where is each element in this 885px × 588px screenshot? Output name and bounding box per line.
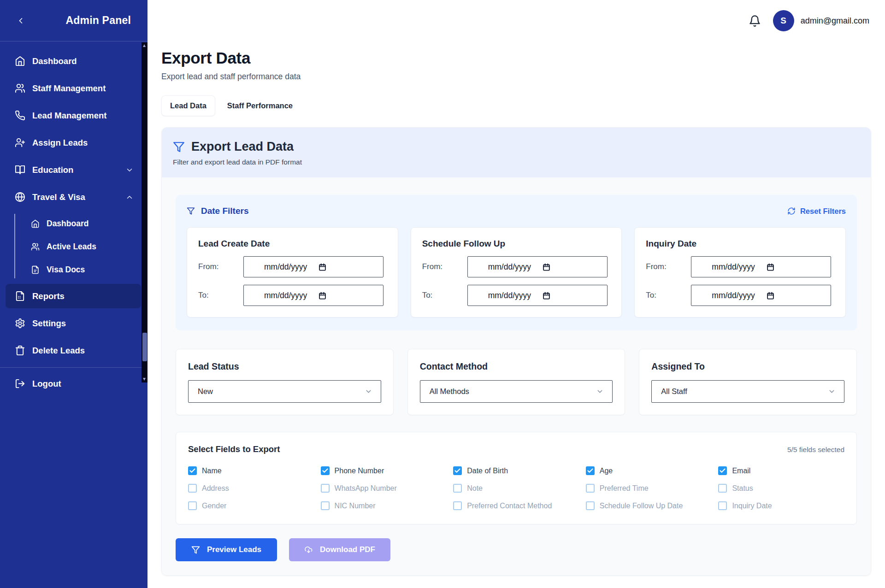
field-checkbox-nic-number[interactable]: NIC Number [321, 501, 447, 510]
checkbox-icon [188, 466, 197, 475]
refresh-icon [787, 207, 796, 215]
tab-bar: Lead Data Staff Performance [161, 95, 871, 116]
inquiry-date-to-input[interactable]: mm/dd/yyyy [691, 285, 831, 306]
gear-icon [15, 318, 25, 329]
schedule-follow-up-from-input[interactable]: mm/dd/yyyy [467, 256, 608, 277]
sidebar-item-staff-management[interactable]: Staff Management [6, 76, 141, 100]
sidebar-item-logout[interactable]: Logout [6, 371, 141, 396]
field-checkbox-status[interactable]: Status [718, 484, 844, 493]
account-menu[interactable]: S admin@gmail.com [773, 10, 869, 31]
chevron-down-icon [365, 388, 372, 395]
scroll-down-arrow-icon[interactable] [143, 378, 146, 381]
avatar: S [773, 10, 794, 31]
chevron-down-icon [596, 388, 604, 395]
schedule-follow-up-to-input[interactable]: mm/dd/yyyy [467, 285, 608, 306]
checkbox-icon [586, 466, 595, 475]
date-filter-grid: Lead Create Date From: mm/dd/yyyy [187, 227, 846, 318]
calendar-icon[interactable] [543, 263, 550, 271]
sidebar-subitem-visa-docs[interactable]: Visa Docs [6, 258, 141, 281]
field-checkbox-phone-number[interactable]: Phone Number [321, 466, 447, 475]
checkbox-icon [453, 466, 462, 475]
globe-icon [15, 192, 25, 202]
trash-icon [15, 345, 25, 356]
card-title: Export Lead Data [191, 140, 294, 154]
user-plus-icon [15, 137, 25, 148]
checkbox-icon [321, 501, 330, 510]
file-text-icon [31, 265, 40, 274]
checkbox-icon [718, 466, 727, 475]
sidebar-item-travel-visa[interactable]: Travel & Visa [6, 185, 141, 209]
calendar-icon[interactable] [767, 292, 774, 300]
book-open-icon [15, 165, 25, 175]
lead-create-date-from-input[interactable]: mm/dd/yyyy [243, 256, 384, 277]
page-subtitle: Export lead and staff performance data [161, 72, 871, 82]
sidebar: Admin Panel Dashboard Staff Management L… [0, 0, 148, 588]
sidebar-collapse-button[interactable] [14, 14, 28, 28]
filter-funnel-icon [173, 141, 185, 153]
field-checkbox-name[interactable]: Name [188, 466, 314, 475]
sidebar-item-delete-leads[interactable]: Delete Leads [6, 338, 141, 363]
scrollbar-thumb[interactable] [142, 333, 147, 361]
inquiry-date-from-input[interactable]: mm/dd/yyyy [691, 256, 831, 277]
sidebar-item-reports[interactable]: Reports [6, 284, 141, 308]
sidebar-scrollbar[interactable] [142, 42, 148, 382]
submenu-indent-line [14, 214, 15, 278]
filter-funnel-icon [187, 207, 195, 215]
chevron-up-icon [125, 193, 134, 201]
app: Admin Panel Dashboard Staff Management L… [0, 0, 885, 588]
field-checkbox-date-of-birth[interactable]: Date of Birth [453, 466, 579, 475]
content: Export Data Export lead and staff perfor… [148, 41, 885, 576]
field-checkbox-whatsapp-number[interactable]: WhatsApp Number [321, 484, 447, 493]
sidebar-item-lead-management[interactable]: Lead Management [6, 103, 141, 128]
sidebar-item-education[interactable]: Education [6, 158, 141, 182]
bell-icon[interactable] [749, 15, 761, 27]
field-checkbox-age[interactable]: Age [586, 466, 712, 475]
field-checkbox-note[interactable]: Note [453, 484, 579, 493]
scroll-up-arrow-icon[interactable] [143, 44, 146, 47]
sidebar-subitem-active-leads[interactable]: Active Leads [6, 235, 141, 258]
card-subtitle: Filter and export lead data in PDF forma… [173, 158, 860, 166]
users-icon [15, 83, 25, 94]
field-checkbox-inquiry-date[interactable]: Inquiry Date [718, 501, 844, 510]
assigned-to-select[interactable]: All Staff [651, 380, 844, 403]
preview-leads-button[interactable]: Preview Leads [176, 538, 277, 561]
calendar-icon[interactable] [319, 263, 326, 271]
checkbox-icon [718, 501, 727, 510]
lead-create-date-to-input[interactable]: mm/dd/yyyy [243, 285, 384, 306]
calendar-icon[interactable] [767, 263, 774, 271]
fields-selected-count: 5/5 fields selected [787, 446, 844, 454]
account-email: admin@gmail.com [801, 16, 869, 26]
tab-lead-data[interactable]: Lead Data [161, 95, 215, 116]
schedule-follow-up-card: Schedule Follow Up From: mm/dd/yyyy [411, 227, 622, 318]
page-title: Export Data [161, 49, 871, 67]
sidebar-item-settings[interactable]: Settings [6, 311, 141, 335]
topbar: S admin@gmail.com [148, 0, 885, 41]
field-checkbox-preferred-time[interactable]: Preferred Time [586, 484, 712, 493]
sidebar-item-assign-leads[interactable]: Assign Leads [6, 130, 141, 155]
field-checkbox-schedule-follow-up-date[interactable]: Schedule Follow Up Date [586, 501, 712, 510]
field-checkbox-preferred-contact-method[interactable]: Preferred Contact Method [453, 501, 579, 510]
contact-method-card: Contact Method All Methods [407, 349, 625, 415]
tab-staff-performance[interactable]: Staff Performance [219, 96, 301, 116]
field-checkbox-address[interactable]: Address [188, 484, 314, 493]
download-pdf-button[interactable]: Download PDF [289, 538, 390, 561]
card-header: Export Lead Data Filter and export lead … [162, 128, 871, 177]
lead-status-select[interactable]: New [188, 380, 381, 403]
contact-method-select[interactable]: All Methods [420, 380, 613, 403]
sidebar-nav: Dashboard Staff Management Lead Manageme… [0, 41, 148, 396]
calendar-icon[interactable] [543, 292, 550, 300]
sidebar-item-dashboard[interactable]: Dashboard [6, 49, 141, 73]
home-icon [31, 219, 40, 228]
calendar-icon[interactable] [319, 292, 326, 300]
field-checkbox-gender[interactable]: Gender [188, 501, 314, 510]
chevron-down-icon [828, 388, 836, 395]
file-report-icon [15, 291, 25, 301]
sidebar-subitem-dashboard[interactable]: Dashboard [6, 212, 141, 235]
sidebar-header: Admin Panel [0, 0, 148, 41]
chevron-down-icon [125, 166, 134, 174]
actions-row: Preview Leads Download PDF [176, 538, 857, 561]
checkbox-icon [321, 484, 330, 493]
reset-filters-button[interactable]: Reset Filters [787, 207, 846, 216]
field-checkbox-email[interactable]: Email [718, 466, 844, 475]
travel-visa-submenu: Dashboard Active Leads Visa Docs [6, 212, 141, 281]
